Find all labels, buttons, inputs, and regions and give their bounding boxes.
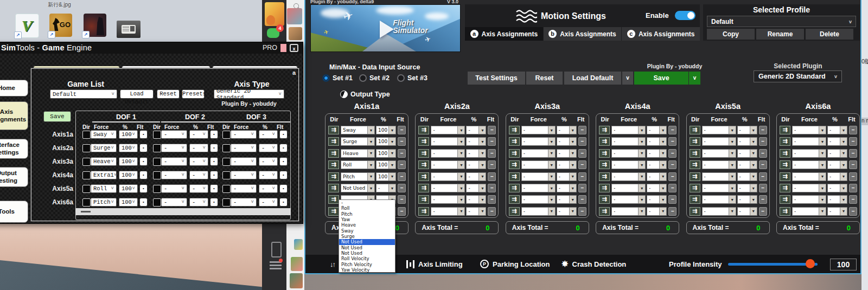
dir-button[interactable]: ⇉ bbox=[690, 149, 700, 158]
percent-select[interactable]: -▼ bbox=[557, 207, 577, 216]
intensity-slider-track[interactable] bbox=[728, 263, 818, 266]
percent-select[interactable]: -▼ bbox=[466, 195, 486, 204]
filter-button[interactable]: – bbox=[759, 172, 767, 181]
force-select[interactable]: -˅ bbox=[161, 198, 187, 207]
filter-button[interactable]: • bbox=[139, 184, 148, 193]
force-select[interactable]: -˅ bbox=[231, 198, 257, 207]
dir-button[interactable]: ⇉ bbox=[418, 149, 429, 158]
filter-button[interactable]: – bbox=[398, 195, 406, 204]
percent-select[interactable]: 100˅ bbox=[119, 171, 138, 179]
dir-checkbox[interactable] bbox=[222, 144, 231, 152]
percent-select[interactable]: -▼ bbox=[557, 126, 577, 134]
selected-plugin-select[interactable]: Generic 2D Standard v bbox=[754, 70, 842, 82]
dir-button[interactable]: ⇉ bbox=[599, 172, 610, 181]
filter-button[interactable]: • bbox=[139, 171, 148, 179]
force-select[interactable]: -▼ bbox=[611, 172, 646, 181]
force-select[interactable]: -˅ bbox=[161, 144, 187, 152]
load-default-button[interactable]: Load Default bbox=[120, 89, 154, 99]
dropdown-option[interactable]: Yaw Velocity bbox=[339, 267, 395, 273]
force-select[interactable]: Heave▼ bbox=[341, 149, 375, 158]
filter-button[interactable]: – bbox=[849, 126, 857, 134]
percent-select[interactable]: -▼ bbox=[827, 172, 847, 181]
play-icon[interactable] bbox=[380, 21, 394, 38]
percent-select[interactable]: -▼ bbox=[647, 172, 667, 181]
dir-button[interactable]: ⇉ bbox=[599, 149, 610, 158]
force-select[interactable]: -▼ bbox=[702, 184, 736, 192]
force-select[interactable]: -▼ bbox=[521, 195, 556, 204]
filter-button[interactable]: – bbox=[668, 160, 676, 169]
filter-button[interactable]: – bbox=[488, 137, 496, 146]
dir-checkbox[interactable] bbox=[153, 171, 161, 179]
presets-button[interactable]: Presets bbox=[182, 89, 205, 99]
percent-select[interactable]: 100˅ bbox=[119, 157, 138, 166]
percent-select[interactable]: -▼ bbox=[737, 184, 757, 192]
percent-select[interactable]: -˅ bbox=[189, 144, 208, 152]
force-select[interactable]: -▼ bbox=[792, 184, 826, 192]
percent-select[interactable]: -▼ bbox=[827, 184, 847, 192]
percent-select[interactable]: -▼ bbox=[376, 184, 396, 192]
filter-button[interactable]: – bbox=[849, 149, 857, 158]
filter-button[interactable]: – bbox=[398, 172, 406, 181]
percent-select[interactable]: -▼ bbox=[647, 207, 667, 216]
force-select[interactable]: -▼ bbox=[792, 207, 826, 216]
filter-button[interactable]: – bbox=[849, 137, 857, 146]
dropdown-option[interactable]: Roll bbox=[339, 205, 395, 211]
percent-select[interactable]: -▼ bbox=[557, 184, 577, 192]
percent-select[interactable]: -˅ bbox=[259, 130, 278, 139]
sidebar-item-interface-settings[interactable]: Interface Settings bbox=[0, 139, 28, 159]
dir-checkbox[interactable] bbox=[153, 185, 161, 193]
filter-button[interactable]: • bbox=[279, 144, 288, 152]
dropdown-option[interactable]: Sway bbox=[339, 228, 395, 234]
force-select[interactable]: -▼ bbox=[702, 160, 736, 169]
filter-button[interactable]: – bbox=[398, 184, 406, 192]
percent-select[interactable]: -▼ bbox=[557, 149, 577, 158]
intensity-slider-thumb[interactable] bbox=[806, 259, 815, 268]
dir-button[interactable]: ⇉ bbox=[418, 126, 429, 134]
crash-detection-item[interactable]: ✸ Crash Detection bbox=[561, 255, 626, 273]
dir-button[interactable]: ⇉ bbox=[418, 137, 429, 146]
filter-button[interactable]: – bbox=[668, 126, 676, 134]
axis-type-select[interactable]: Generic 2D Standard ˅ bbox=[214, 89, 284, 99]
dir-checkbox[interactable] bbox=[222, 131, 231, 139]
filter-button[interactable]: – bbox=[578, 184, 586, 192]
filter-button[interactable]: – bbox=[759, 137, 767, 146]
percent-select[interactable]: 100▼ bbox=[376, 126, 396, 134]
delete-button[interactable]: Delete bbox=[806, 29, 853, 40]
dropdown-option[interactable]: Pitch Velocity bbox=[339, 262, 395, 267]
percent-select[interactable]: -▼ bbox=[647, 184, 667, 192]
desktop-icon-game[interactable]: ↗ bbox=[84, 14, 106, 37]
save-button[interactable]: Save bbox=[634, 72, 688, 85]
force-select[interactable]: -▼ bbox=[611, 126, 646, 134]
filter-button[interactable]: – bbox=[668, 207, 676, 216]
dir-checkbox[interactable] bbox=[82, 171, 91, 179]
sidebar-item-tools[interactable]: Tools bbox=[0, 201, 28, 223]
dir-button[interactable]: ⇉ bbox=[780, 207, 790, 216]
filter-button[interactable]: – bbox=[578, 126, 586, 134]
dir-button[interactable]: ⇉ bbox=[328, 184, 339, 192]
dropdown-option[interactable]: Yaw bbox=[339, 217, 395, 222]
filter-button[interactable]: – bbox=[849, 160, 857, 169]
dir-checkbox[interactable] bbox=[222, 198, 231, 207]
dropdown-option[interactable]: Pitch bbox=[339, 211, 395, 217]
force-select[interactable]: -▼ bbox=[611, 207, 646, 216]
dir-button[interactable]: ⇉ bbox=[780, 149, 790, 158]
filter-button[interactable]: – bbox=[578, 172, 586, 181]
dir-checkbox[interactable] bbox=[153, 158, 161, 166]
tab-axis-assignments-c[interactable]: c Axis Assignments bbox=[622, 27, 700, 41]
dir-checkbox[interactable] bbox=[153, 131, 161, 139]
dir-button[interactable]: ⇉ bbox=[690, 207, 700, 216]
percent-select[interactable]: -▼ bbox=[647, 195, 667, 204]
force-select[interactable]: -▼ bbox=[521, 149, 556, 158]
dir-button[interactable]: ⇉ bbox=[780, 160, 790, 169]
filter-button[interactable]: • bbox=[210, 198, 218, 207]
force-select[interactable]: -˅ bbox=[161, 184, 187, 193]
chat-thumbnail[interactable] bbox=[289, 27, 302, 40]
chat-thumbnail[interactable] bbox=[291, 257, 303, 271]
percent-select[interactable]: -▼ bbox=[827, 137, 847, 146]
sidebar-item-home[interactable]: Home bbox=[0, 80, 28, 96]
dir-button[interactable]: ⇉ bbox=[509, 126, 520, 134]
filter-button[interactable]: • bbox=[139, 198, 148, 207]
test-settings-button[interactable]: Test Settings bbox=[468, 72, 525, 85]
filter-button[interactable]: • bbox=[210, 130, 218, 139]
dir-button[interactable]: ⇉ bbox=[690, 172, 700, 181]
